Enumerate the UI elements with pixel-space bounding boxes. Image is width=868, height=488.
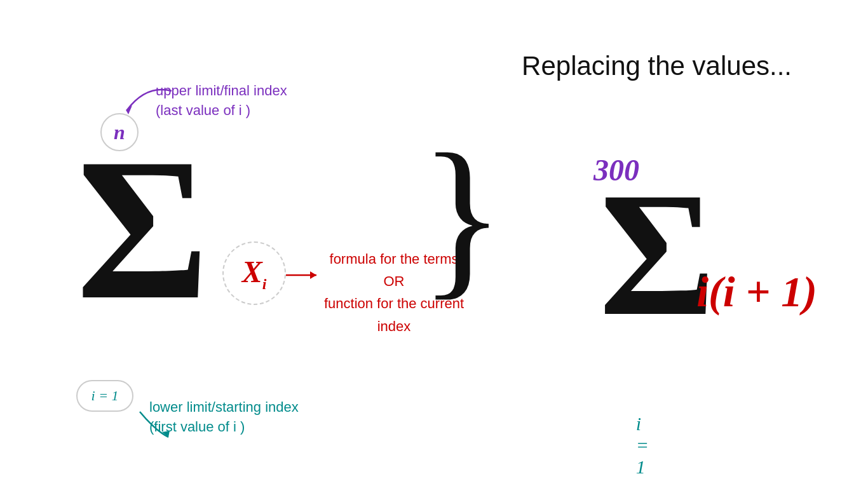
upper-limit-label: n	[100, 113, 139, 151]
formula-right: i(i + 1)	[696, 267, 817, 317]
page-title: Replacing the values...	[522, 51, 792, 81]
xi-text: Xi	[242, 254, 267, 293]
upper-annotation-line2: (last value of i )	[156, 101, 287, 121]
upper-annotation: upper limit/final index (last value of i…	[156, 81, 287, 121]
lower-annotation-line1: lower limit/starting index	[149, 398, 299, 417]
page-container: Replacing the values... Σ n i = 1 Xi upp…	[0, 0, 868, 488]
svg-marker-3	[310, 271, 316, 279]
lower-limit-label: i = 1	[76, 380, 133, 412]
left-section: Σ n i = 1 Xi upper limit/final index (la…	[38, 38, 470, 470]
n-text: n	[114, 121, 125, 144]
sigma-symbol-left: Σ	[76, 127, 209, 330]
upper-annotation-line1: upper limit/final index	[156, 81, 287, 101]
lower-i1-right: i = 1	[636, 413, 649, 478]
xi-label: Xi	[222, 241, 286, 305]
i1-text: i = 1	[92, 388, 119, 404]
curly-brace: }	[419, 127, 505, 305]
lower-annotation: lower limit/starting index (first value …	[149, 398, 299, 437]
lower-annotation-line2: (first value of i )	[149, 417, 299, 437]
